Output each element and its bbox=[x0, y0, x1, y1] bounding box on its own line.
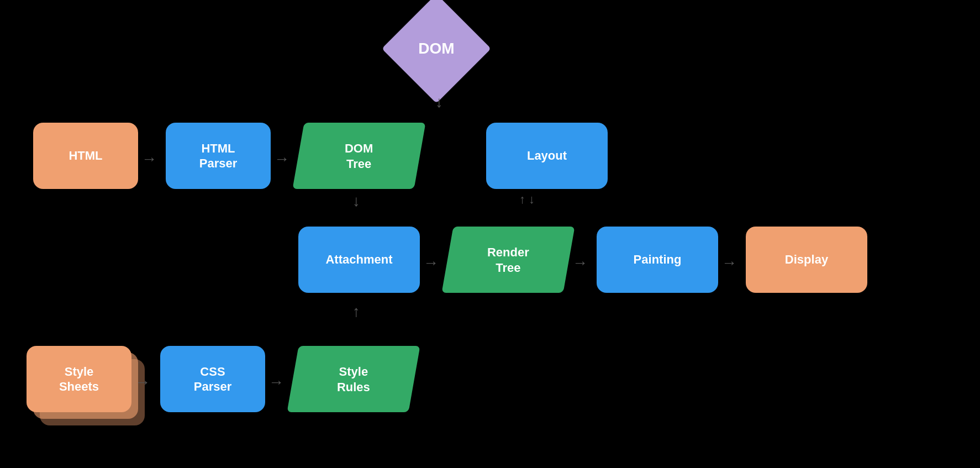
css-parser-node: CSSParser bbox=[160, 346, 265, 412]
style-rules-node: StyleRules bbox=[287, 346, 420, 412]
attachment-node: Attachment bbox=[298, 227, 420, 293]
arrow-html-to-parser: → bbox=[141, 150, 157, 168]
arrow-stylerules-to-attachment: ↑ bbox=[352, 303, 360, 320]
browser-rendering-diagram: DOM ↓ HTML → HTMLParser → DOMTree Layout… bbox=[0, 0, 980, 468]
arrow-painting-to-display: → bbox=[721, 254, 737, 272]
html-node: HTML bbox=[33, 123, 138, 189]
arrow-rendertree-to-painting: → bbox=[572, 254, 588, 272]
arrow-cssparser-to-stylerules: → bbox=[268, 374, 284, 391]
dom-diamond-container: DOM bbox=[398, 10, 475, 87]
painting-node: Painting bbox=[597, 227, 718, 293]
dom-label: DOM bbox=[398, 10, 475, 87]
arrow-stylesheets-to-cssparser: → bbox=[135, 374, 150, 391]
style-sheets-node: StyleSheets bbox=[27, 346, 131, 412]
arrow-domtree-to-attachment: ↓ bbox=[352, 192, 360, 210]
arrow-attachment-to-rendertree: → bbox=[423, 254, 439, 272]
html-parser-node: HTMLParser bbox=[166, 123, 271, 189]
layout-node: Layout bbox=[486, 123, 608, 189]
display-node: Display bbox=[746, 227, 867, 293]
arrow-parser-to-domtree: → bbox=[274, 150, 289, 168]
arrow-dom-down: ↓ bbox=[428, 88, 450, 116]
arrow-layout-bidirectional: ↑ ↓ bbox=[519, 192, 535, 207]
dom-tree-node: DOMTree bbox=[292, 123, 425, 189]
render-tree-node: RenderTree bbox=[441, 227, 575, 293]
